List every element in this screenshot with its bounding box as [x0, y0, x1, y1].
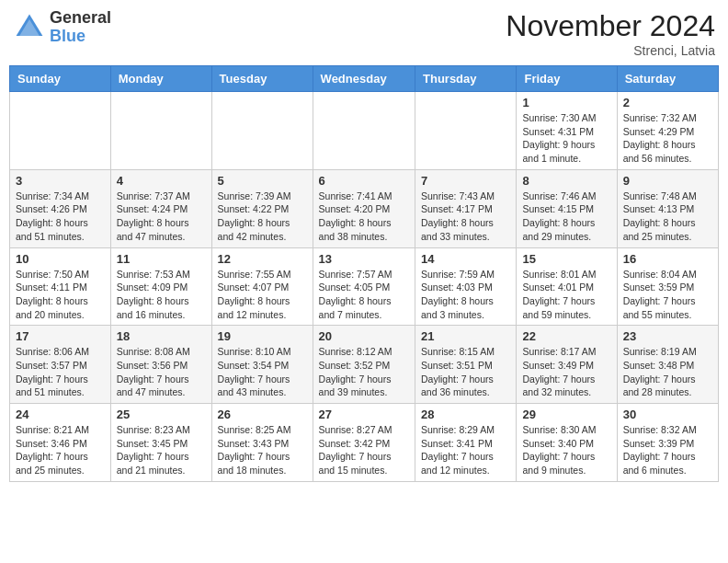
calendar-day-18: 18Sunrise: 8:08 AM Sunset: 3:56 PM Dayli…: [110, 326, 211, 404]
day-info: Sunrise: 8:21 AM Sunset: 3:46 PM Dayligh…: [16, 423, 105, 477]
calendar-day-15: 15Sunrise: 8:01 AM Sunset: 4:01 PM Dayli…: [517, 247, 617, 326]
calendar-week-row: 17Sunrise: 8:06 AM Sunset: 3:57 PM Dayli…: [10, 326, 719, 404]
calendar-day-empty: [110, 92, 211, 170]
title-section: November 2024 Strenci, Latvia: [506, 9, 715, 58]
weekday-header-thursday: Thursday: [415, 66, 517, 92]
day-number: 11: [117, 252, 206, 266]
day-info: Sunrise: 7:34 AM Sunset: 4:26 PM Dayligh…: [16, 190, 105, 244]
day-number: 14: [421, 252, 510, 266]
calendar-week-row: 24Sunrise: 8:21 AM Sunset: 3:46 PM Dayli…: [10, 404, 719, 482]
day-number: 29: [522, 408, 610, 421]
calendar-day-20: 20Sunrise: 8:12 AM Sunset: 3:52 PM Dayli…: [313, 326, 415, 404]
calendar-table: SundayMondayTuesdayWednesdayThursdayFrid…: [9, 65, 719, 482]
calendar-day-14: 14Sunrise: 7:59 AM Sunset: 4:03 PM Dayli…: [415, 247, 517, 326]
day-number: 9: [623, 174, 712, 188]
logo-general: General: [50, 9, 111, 28]
day-info: Sunrise: 7:41 AM Sunset: 4:20 PM Dayligh…: [319, 190, 409, 244]
day-info: Sunrise: 7:55 AM Sunset: 4:07 PM Dayligh…: [218, 268, 307, 322]
day-info: Sunrise: 7:59 AM Sunset: 4:03 PM Dayligh…: [421, 268, 510, 322]
day-info: Sunrise: 8:10 AM Sunset: 3:54 PM Dayligh…: [218, 345, 307, 399]
weekday-header-tuesday: Tuesday: [211, 66, 313, 92]
day-number: 6: [319, 174, 409, 188]
weekday-header-monday: Monday: [110, 66, 211, 92]
calendar-day-19: 19Sunrise: 8:10 AM Sunset: 3:54 PM Dayli…: [211, 326, 313, 404]
day-number: 8: [522, 174, 610, 188]
weekday-header-friday: Friday: [517, 66, 617, 92]
calendar-day-12: 12Sunrise: 7:55 AM Sunset: 4:07 PM Dayli…: [211, 247, 313, 326]
day-info: Sunrise: 8:19 AM Sunset: 3:48 PM Dayligh…: [623, 345, 712, 399]
calendar-day-10: 10Sunrise: 7:50 AM Sunset: 4:11 PM Dayli…: [10, 247, 111, 326]
calendar-header-row: SundayMondayTuesdayWednesdayThursdayFrid…: [10, 66, 719, 92]
calendar-day-2: 2Sunrise: 7:32 AM Sunset: 4:29 PM Daylig…: [617, 92, 718, 170]
day-info: Sunrise: 8:30 AM Sunset: 3:40 PM Dayligh…: [522, 423, 610, 477]
calendar-day-13: 13Sunrise: 7:57 AM Sunset: 4:05 PM Dayli…: [313, 247, 415, 326]
day-number: 24: [16, 408, 105, 421]
logo-blue: Blue: [50, 28, 111, 46]
day-info: Sunrise: 8:23 AM Sunset: 3:45 PM Dayligh…: [117, 423, 206, 477]
logo-icon: [13, 11, 46, 44]
day-info: Sunrise: 8:12 AM Sunset: 3:52 PM Dayligh…: [319, 345, 409, 399]
day-number: 3: [16, 174, 105, 188]
day-number: 19: [218, 329, 307, 343]
day-number: 5: [218, 174, 307, 188]
calendar-day-28: 28Sunrise: 8:29 AM Sunset: 3:41 PM Dayli…: [415, 404, 517, 482]
logo: General Blue: [13, 9, 111, 46]
day-number: 23: [623, 329, 712, 343]
day-number: 22: [522, 329, 610, 343]
day-info: Sunrise: 7:30 AM Sunset: 4:31 PM Dayligh…: [522, 111, 610, 166]
day-info: Sunrise: 7:46 AM Sunset: 4:15 PM Dayligh…: [522, 190, 610, 244]
calendar-day-16: 16Sunrise: 8:04 AM Sunset: 3:59 PM Dayli…: [617, 247, 718, 326]
day-info: Sunrise: 7:32 AM Sunset: 4:29 PM Dayligh…: [623, 111, 712, 166]
location: Strenci, Latvia: [506, 43, 715, 58]
day-info: Sunrise: 7:53 AM Sunset: 4:09 PM Dayligh…: [117, 268, 206, 322]
calendar-day-24: 24Sunrise: 8:21 AM Sunset: 3:46 PM Dayli…: [10, 404, 111, 482]
day-info: Sunrise: 8:25 AM Sunset: 3:43 PM Dayligh…: [218, 423, 307, 477]
day-number: 28: [421, 408, 510, 421]
day-number: 4: [117, 174, 206, 188]
day-info: Sunrise: 7:43 AM Sunset: 4:17 PM Dayligh…: [421, 190, 510, 244]
calendar-day-21: 21Sunrise: 8:15 AM Sunset: 3:51 PM Dayli…: [415, 326, 517, 404]
calendar-day-17: 17Sunrise: 8:06 AM Sunset: 3:57 PM Dayli…: [10, 326, 111, 404]
calendar-week-row: 3Sunrise: 7:34 AM Sunset: 4:26 PM Daylig…: [10, 169, 719, 247]
day-number: 17: [16, 329, 105, 343]
calendar-day-5: 5Sunrise: 7:39 AM Sunset: 4:22 PM Daylig…: [211, 169, 313, 247]
day-number: 13: [319, 252, 409, 266]
day-number: 10: [16, 252, 105, 266]
calendar-day-30: 30Sunrise: 8:32 AM Sunset: 3:39 PM Dayli…: [617, 404, 718, 482]
day-number: 21: [421, 329, 510, 343]
calendar-day-22: 22Sunrise: 8:17 AM Sunset: 3:49 PM Dayli…: [517, 326, 617, 404]
month-title: November 2024: [506, 9, 715, 43]
calendar-week-row: 10Sunrise: 7:50 AM Sunset: 4:11 PM Dayli…: [10, 247, 719, 326]
calendar-day-4: 4Sunrise: 7:37 AM Sunset: 4:24 PM Daylig…: [110, 169, 211, 247]
day-info: Sunrise: 8:15 AM Sunset: 3:51 PM Dayligh…: [421, 345, 510, 399]
logo-text: General Blue: [50, 9, 111, 46]
calendar-day-23: 23Sunrise: 8:19 AM Sunset: 3:48 PM Dayli…: [617, 326, 718, 404]
day-info: Sunrise: 7:57 AM Sunset: 4:05 PM Dayligh…: [319, 268, 409, 322]
calendar-day-8: 8Sunrise: 7:46 AM Sunset: 4:15 PM Daylig…: [517, 169, 617, 247]
day-info: Sunrise: 7:48 AM Sunset: 4:13 PM Dayligh…: [623, 190, 712, 244]
calendar-day-26: 26Sunrise: 8:25 AM Sunset: 3:43 PM Dayli…: [211, 404, 313, 482]
calendar-day-9: 9Sunrise: 7:48 AM Sunset: 4:13 PM Daylig…: [617, 169, 718, 247]
day-number: 20: [319, 329, 409, 343]
calendar-day-7: 7Sunrise: 7:43 AM Sunset: 4:17 PM Daylig…: [415, 169, 517, 247]
day-info: Sunrise: 8:32 AM Sunset: 3:39 PM Dayligh…: [623, 423, 712, 477]
calendar-day-29: 29Sunrise: 8:30 AM Sunset: 3:40 PM Dayli…: [517, 404, 617, 482]
calendar-day-27: 27Sunrise: 8:27 AM Sunset: 3:42 PM Dayli…: [313, 404, 415, 482]
day-number: 27: [319, 408, 409, 421]
day-info: Sunrise: 8:04 AM Sunset: 3:59 PM Dayligh…: [623, 268, 712, 322]
calendar-week-row: 1Sunrise: 7:30 AM Sunset: 4:31 PM Daylig…: [10, 92, 719, 170]
page-header: General Blue November 2024 Strenci, Latv…: [9, 9, 719, 58]
calendar-day-3: 3Sunrise: 7:34 AM Sunset: 4:26 PM Daylig…: [10, 169, 111, 247]
weekday-header-saturday: Saturday: [617, 66, 718, 92]
day-number: 1: [522, 96, 610, 109]
calendar-day-empty: [211, 92, 313, 170]
calendar-day-empty: [415, 92, 517, 170]
day-info: Sunrise: 7:37 AM Sunset: 4:24 PM Dayligh…: [117, 190, 206, 244]
day-info: Sunrise: 8:29 AM Sunset: 3:41 PM Dayligh…: [421, 423, 510, 477]
day-number: 25: [117, 408, 206, 421]
day-number: 18: [117, 329, 206, 343]
calendar-day-6: 6Sunrise: 7:41 AM Sunset: 4:20 PM Daylig…: [313, 169, 415, 247]
day-number: 30: [623, 408, 712, 421]
calendar-day-11: 11Sunrise: 7:53 AM Sunset: 4:09 PM Dayli…: [110, 247, 211, 326]
calendar-day-empty: [313, 92, 415, 170]
